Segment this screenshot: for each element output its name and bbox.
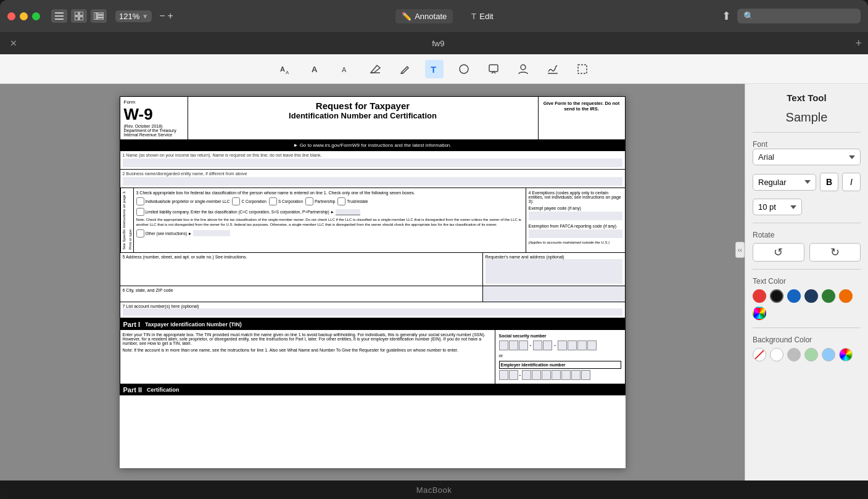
maximize-button[interactable] bbox=[32, 12, 40, 20]
panel-toggle-button[interactable]: ‹‹ bbox=[735, 242, 745, 258]
rotate-right-button[interactable]: ↻ bbox=[809, 243, 861, 262]
goto-bar: ► Go to www.irs.gov/FormW9 for instructi… bbox=[120, 139, 626, 151]
comment-icon[interactable] bbox=[484, 60, 503, 78]
close-button[interactable] bbox=[7, 12, 15, 20]
ein-box[interactable] bbox=[561, 370, 571, 380]
ssn-box[interactable] bbox=[533, 340, 542, 350]
ssn-box[interactable] bbox=[577, 340, 587, 350]
tab-close-icon[interactable]: ✕ bbox=[6, 37, 21, 49]
ccorp-checkbox[interactable] bbox=[232, 197, 240, 205]
ein-box[interactable] bbox=[532, 370, 541, 380]
ein-box[interactable] bbox=[542, 370, 551, 380]
color-orange[interactable] bbox=[839, 289, 853, 303]
field6-box: 6 City, state, and ZIP code bbox=[120, 286, 483, 302]
highlighter-pen-icon[interactable] bbox=[395, 60, 414, 78]
title-bar-center: ✏️ Annotate 𝖳 Edit bbox=[178, 9, 717, 23]
person-stamp-icon[interactable] bbox=[514, 60, 532, 78]
annotate-button[interactable]: ✏️ Annotate bbox=[395, 9, 453, 23]
individual-label: Individual/sole proprietor or single-mem… bbox=[146, 199, 230, 204]
individual-checkbox[interactable] bbox=[136, 197, 144, 205]
ein-box[interactable] bbox=[581, 370, 590, 380]
field2-fill[interactable] bbox=[123, 177, 622, 186]
ein-box[interactable] bbox=[552, 370, 561, 380]
ssn-box[interactable] bbox=[543, 340, 552, 350]
text-small-icon[interactable]: A bbox=[336, 60, 355, 78]
eraser-icon[interactable] bbox=[366, 60, 384, 78]
edit-button[interactable]: 𝖳 Edit bbox=[465, 9, 499, 23]
bg-green[interactable] bbox=[804, 348, 818, 361]
document-area[interactable]: Form W-9 (Rev. October 2018) Department … bbox=[0, 84, 745, 480]
ein-box[interactable] bbox=[499, 370, 508, 380]
bg-none[interactable] bbox=[753, 348, 766, 361]
requester-fill2[interactable] bbox=[483, 286, 625, 302]
ssn-box[interactable] bbox=[587, 340, 597, 350]
share-icon[interactable]: ⬆ bbox=[722, 9, 731, 23]
thumbnails-icon[interactable] bbox=[91, 9, 107, 23]
trust-checkbox[interactable] bbox=[337, 197, 345, 205]
tin-description-box: Enter your TIN in the appropriate box. T… bbox=[120, 330, 495, 384]
svg-point-20 bbox=[521, 65, 526, 70]
exempt-payee-fill[interactable] bbox=[529, 212, 622, 220]
address-row2: 6 City, state, and ZIP code bbox=[120, 286, 625, 302]
ssn-box[interactable] bbox=[568, 340, 577, 350]
other-checkbox[interactable] bbox=[136, 229, 144, 237]
other-fill[interactable] bbox=[193, 230, 230, 236]
llc-checkbox[interactable] bbox=[136, 208, 144, 216]
field5-fill[interactable] bbox=[123, 259, 480, 266]
bg-blue[interactable] bbox=[822, 348, 835, 361]
requester-fill[interactable] bbox=[486, 259, 622, 284]
color-black[interactable] bbox=[770, 289, 783, 303]
ein-box[interactable] bbox=[509, 370, 518, 380]
grid-view-icon[interactable] bbox=[71, 9, 87, 23]
scorp-checkbox[interactable] bbox=[269, 197, 277, 205]
ssn-box[interactable] bbox=[499, 340, 508, 350]
field1-label: 1 Name (as shown on your income tax retu… bbox=[123, 153, 622, 157]
signature-pen-icon[interactable] bbox=[544, 60, 562, 78]
ssn-box[interactable] bbox=[519, 340, 528, 350]
rotate-left-button[interactable]: ↺ bbox=[753, 243, 804, 262]
italic-button[interactable]: I bbox=[842, 173, 861, 191]
bg-gray[interactable] bbox=[787, 348, 801, 361]
text-insert-icon[interactable]: T bbox=[425, 60, 444, 78]
irs-note-text: Give Form to the requester. Do not send … bbox=[542, 101, 621, 112]
sidebar-toggle-icon[interactable] bbox=[51, 9, 67, 23]
edit-label: Edit bbox=[479, 12, 493, 21]
field7-fill[interactable] bbox=[123, 308, 622, 316]
color-rainbow[interactable] bbox=[753, 307, 766, 320]
zoom-out-button[interactable]: − bbox=[159, 11, 165, 21]
svg-text:A: A bbox=[286, 70, 289, 75]
new-tab-button[interactable]: + bbox=[855, 37, 862, 50]
font-select[interactable]: Arial Helvetica Times New Roman Courier … bbox=[753, 149, 861, 165]
color-dark-blue[interactable] bbox=[804, 289, 818, 303]
ssn-box[interactable] bbox=[509, 340, 518, 350]
fatca-fill[interactable] bbox=[529, 229, 622, 238]
color-green[interactable] bbox=[822, 289, 835, 303]
llc-row: Limited liability company. Enter the tax… bbox=[136, 208, 523, 216]
bg-rainbow[interactable] bbox=[839, 348, 853, 361]
style-select[interactable]: Regular Bold Italic Bold Italic bbox=[753, 174, 816, 191]
minimize-button[interactable] bbox=[20, 12, 28, 20]
bold-button[interactable]: B bbox=[820, 173, 838, 191]
field6-fill[interactable] bbox=[123, 292, 480, 300]
zoom-in-button[interactable]: + bbox=[168, 11, 173, 21]
shapes-icon[interactable] bbox=[455, 60, 473, 78]
search-input[interactable] bbox=[758, 12, 854, 21]
llc-fill[interactable] bbox=[336, 209, 360, 215]
search-bar[interactable]: 🔍 bbox=[737, 9, 861, 23]
irs-note-box: Give Form to the requester. Do not send … bbox=[539, 97, 625, 139]
ssn-box[interactable] bbox=[558, 340, 567, 350]
ein-box[interactable] bbox=[571, 370, 581, 380]
requester-box: Requester's name and address (optional) bbox=[483, 253, 625, 286]
ein-box[interactable] bbox=[522, 370, 531, 380]
bg-white[interactable] bbox=[770, 348, 783, 361]
text-medium-icon[interactable]: A bbox=[307, 60, 325, 78]
color-navy[interactable] bbox=[787, 289, 801, 303]
font-size-select[interactable]: 8 pt 9 pt 10 pt 11 pt 12 pt 14 pt 16 pt bbox=[753, 199, 802, 215]
text-size-increase-icon[interactable]: AA bbox=[277, 60, 296, 78]
selection-box-icon[interactable] bbox=[573, 60, 592, 78]
partnership-checkbox[interactable] bbox=[305, 197, 313, 205]
zoom-control[interactable]: 121% ▼ bbox=[115, 10, 152, 22]
field1-fill[interactable] bbox=[123, 159, 622, 167]
svg-rect-7 bbox=[94, 12, 96, 20]
color-red[interactable] bbox=[753, 289, 766, 303]
